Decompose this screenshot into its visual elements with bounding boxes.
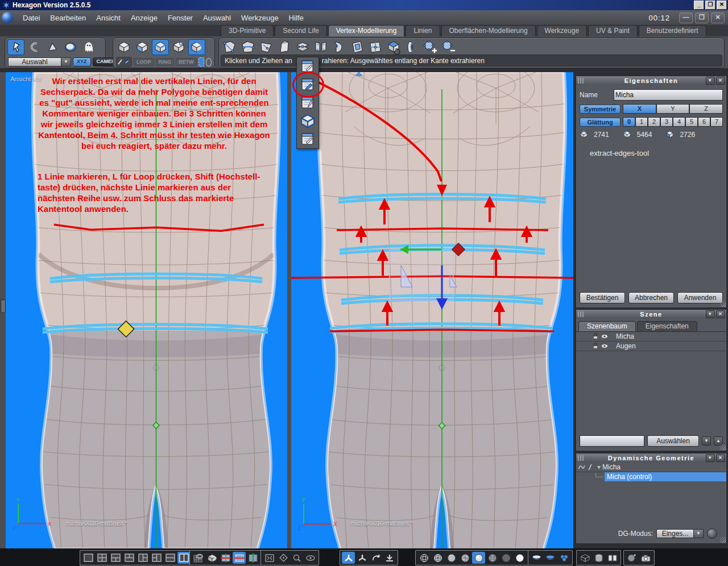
scene-item-label[interactable]: Micha (616, 332, 634, 340)
tool-tesselate-icon[interactable] (221, 39, 238, 55)
eye-icon[interactable] (601, 343, 609, 349)
menu-ansicht[interactable]: Ansicht (91, 14, 126, 22)
dyngeo-root-label[interactable]: Micha (602, 463, 621, 471)
tab-oberflaechen-modellierung[interactable]: Oberflächen-Modellierung (441, 25, 536, 36)
eye-icon[interactable] (601, 333, 609, 340)
menu-auswahl[interactable]: Auswahl (198, 14, 236, 22)
tool-close-hole-icon[interactable] (330, 39, 348, 55)
panel-resize-grip[interactable] (720, 444, 726, 450)
menu-bearbeiten[interactable]: Bearbeiten (45, 14, 91, 22)
panel-menu-icon[interactable]: ▼ (706, 454, 715, 462)
viewport-divider[interactable] (287, 72, 291, 548)
lock-icon[interactable] (592, 333, 599, 340)
tool-extract-faces-icon[interactable] (385, 39, 402, 55)
translate-manipulator[interactable] (390, 243, 465, 310)
camera-snapshot-icon[interactable] (639, 552, 652, 564)
cylinder-display-icon[interactable] (592, 552, 605, 564)
layout-two-rows-icon[interactable] (164, 552, 177, 564)
ghost-visibility-tool-icon[interactable] (80, 39, 97, 55)
name-input[interactable] (614, 89, 723, 101)
tool-edge-loop-insert-icon[interactable] (239, 39, 257, 55)
edge-mode-icon[interactable] (152, 39, 169, 55)
tab-werkzeuge[interactable]: Werkzeuge (537, 25, 587, 36)
between-select-button[interactable]: BETW (176, 58, 197, 66)
material-bowl-icon[interactable] (530, 552, 543, 564)
xyz-manipulator-button[interactable]: XYZ (73, 57, 91, 66)
panel-menu-icon[interactable]: ▼ (706, 77, 715, 85)
panel-close-icon[interactable]: ✕ (716, 310, 725, 318)
app-maximize-button[interactable]: ❐ (695, 13, 709, 23)
lock-icon[interactable] (592, 343, 599, 349)
window-close-button[interactable]: ✕ (717, 1, 727, 10)
tool-add-points-icon[interactable] (421, 39, 439, 55)
ring-select-button[interactable]: RING (156, 58, 175, 66)
fit-view-icon[interactable] (263, 552, 276, 564)
layout-quad-icon[interactable] (96, 552, 109, 564)
curve-select-tool-icon[interactable] (26, 39, 43, 55)
universal-manipulator-icon[interactable] (342, 552, 355, 564)
point-mode-icon[interactable] (170, 39, 187, 55)
rotate-manipulator-icon[interactable] (369, 552, 382, 564)
symmetry-plane-y-icon[interactable] (233, 552, 246, 564)
tab-linien[interactable]: Linien (406, 25, 440, 36)
look-at-icon[interactable] (304, 552, 317, 564)
tool-fill-face-icon[interactable] (349, 39, 366, 55)
menu-fenster[interactable]: Fenster (163, 14, 198, 22)
ghost-shaded-icon[interactable] (513, 552, 526, 564)
viewport-right[interactable]: Y X Z Vorn micha-0016-mitBrust * (291, 72, 573, 548)
panel-resize-grip[interactable] (720, 537, 726, 543)
menu-anzeige[interactable]: Anzeige (126, 14, 163, 22)
paint-select-icon[interactable] (116, 57, 132, 67)
dyngeo-root-row[interactable]: ▾ Micha (576, 463, 726, 472)
zoom-region-icon[interactable] (290, 552, 303, 564)
panel-menu-icon[interactable]: ▼ (706, 310, 715, 318)
shaded-wire-icon[interactable] (458, 552, 471, 564)
render-sphere-icon[interactable] (626, 552, 639, 564)
object-mode-icon[interactable] (115, 39, 133, 55)
drop-to-floor-icon[interactable] (383, 552, 396, 564)
tool-extract-around-icon[interactable] (367, 39, 384, 55)
cancel-button[interactable]: Abbrechen (628, 292, 674, 303)
grid-snap-icon[interactable] (192, 552, 205, 564)
edge-loop-mode-icon[interactable] (188, 39, 205, 55)
symmetry-axis-z[interactable]: Z (689, 104, 723, 114)
app-minimize-button[interactable]: — (679, 13, 693, 23)
tab-vertex-modellierung[interactable]: Vertex-Modellierung (328, 25, 405, 36)
rect-marquee-icon[interactable] (198, 57, 205, 66)
tab-benutzerdefiniert[interactable]: Benutzerdefiniert (639, 25, 706, 36)
tool-bridge-icon[interactable] (312, 39, 329, 55)
smoothing-level-7[interactable]: 7 (710, 117, 723, 127)
dyngeo-child-label[interactable]: Micha (control) (605, 472, 726, 481)
scroll-down-icon[interactable]: ▼ (702, 436, 711, 446)
tab-szenenbaum[interactable]: Szenenbaum (578, 321, 636, 331)
flat-shading-icon[interactable] (445, 552, 458, 564)
viewport-left[interactable]: Y X Z Ansicht Vor Wir erstellen erst mal… (6, 72, 287, 548)
tab-szene-eigenschaften[interactable]: Eigenschaften (637, 321, 697, 331)
layout-left-wide-icon[interactable] (136, 552, 150, 564)
symmetry-button[interactable]: Symmetrie (580, 105, 621, 114)
dg-preview-sphere-icon[interactable] (707, 528, 717, 539)
flyout-view-icon-4-cube[interactable] (298, 112, 317, 130)
select-arrow-tool-icon[interactable] (7, 39, 24, 55)
tree-expand-icon[interactable]: ▾ (597, 463, 601, 471)
transparent-shaded-icon[interactable] (499, 552, 512, 564)
dropdown-arrow-icon[interactable]: ▼ (61, 57, 71, 66)
smoothing-level-2[interactable]: 2 (648, 117, 660, 127)
panel-close-icon[interactable]: ✕ (716, 77, 725, 85)
smoothing-level-6[interactable]: 6 (698, 117, 710, 127)
bounding-box-icon[interactable] (578, 552, 592, 564)
symmetry-axis-x[interactable]: X (623, 104, 656, 114)
scene-panel-header[interactable]: Szene ▼ ✕ (576, 310, 726, 319)
smoothing-level-0[interactable]: 0 (623, 117, 635, 127)
panel-close-icon[interactable]: ✕ (716, 454, 725, 462)
scene-search-input[interactable] (580, 435, 644, 447)
ellipse-marquee-icon[interactable] (206, 58, 212, 66)
menu-datei[interactable]: Datei (18, 14, 45, 22)
apply-button[interactable]: Anwenden (677, 292, 723, 303)
window-minimize-button[interactable]: _ (694, 1, 704, 10)
dg-mode-dropdown[interactable]: Einges... ▼ (656, 529, 704, 538)
material-textured-bowl-icon[interactable] (544, 552, 557, 564)
layout-right-wide-icon[interactable] (150, 552, 163, 564)
smoothing-level-5[interactable]: 5 (685, 117, 698, 127)
ellipse-select-tool-icon[interactable] (62, 39, 79, 55)
